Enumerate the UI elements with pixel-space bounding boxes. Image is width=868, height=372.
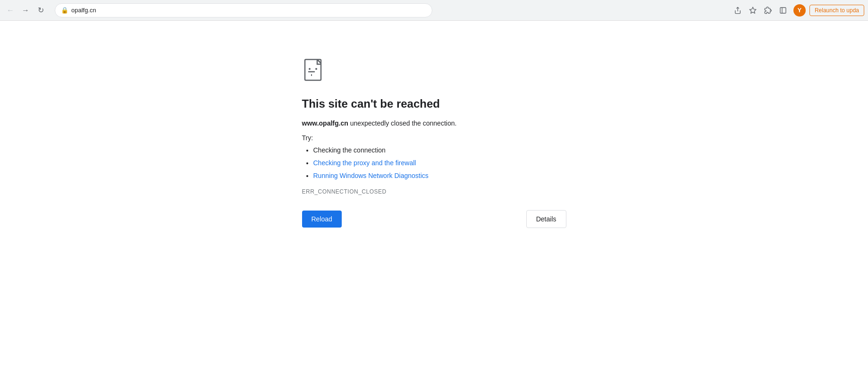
- back-button[interactable]: ←: [4, 4, 17, 17]
- bookmark-button[interactable]: [746, 4, 759, 17]
- address-bar[interactable]: 🔒 opalfg.cn: [55, 3, 432, 17]
- suggestion-item-proxy: Checking the proxy and the firewall: [313, 158, 566, 168]
- svg-point-34: [315, 68, 317, 70]
- sidebar-button[interactable]: [776, 4, 790, 17]
- reload-button[interactable]: ↻: [34, 4, 47, 17]
- error-try-label: Try:: [302, 134, 566, 142]
- error-buttons: Reload Details: [302, 210, 566, 228]
- suggestion-item-diagnostics: Running Windows Network Diagnostics: [313, 171, 566, 181]
- svg-rect-30: [305, 59, 321, 80]
- error-description-rest: unexpectedly closed the connection.: [348, 119, 457, 127]
- extensions-button[interactable]: [761, 4, 775, 17]
- profile-avatar[interactable]: Y: [793, 4, 806, 17]
- error-code: ERR_CONNECTION_CLOSED: [302, 188, 566, 195]
- relaunch-button[interactable]: Relaunch to upda: [809, 5, 864, 16]
- error-domain: www.opalfg.cn: [302, 119, 348, 127]
- details-button[interactable]: Details: [526, 210, 566, 228]
- share-button[interactable]: [731, 4, 744, 17]
- suggestion-link-diagnostics[interactable]: Running Windows Network Diagnostics: [313, 172, 429, 179]
- forward-button[interactable]: →: [19, 4, 32, 17]
- error-description: www.opalfg.cn unexpectedly closed the co…: [302, 118, 566, 128]
- suggestion-text-connection: Checking the connection: [313, 146, 386, 154]
- page-content: This site can't be reached www.opalfg.cn…: [0, 21, 868, 372]
- error-container: This site can't be reached www.opalfg.cn…: [302, 59, 566, 228]
- broken-page-icon: [302, 59, 327, 83]
- svg-rect-2: [780, 8, 786, 13]
- reload-button[interactable]: Reload: [302, 211, 342, 228]
- lock-icon: 🔒: [61, 7, 68, 14]
- error-icon-wrap: [302, 59, 566, 85]
- suggestion-link-proxy[interactable]: Checking the proxy and the firewall: [313, 159, 416, 167]
- svg-point-33: [309, 68, 311, 70]
- suggestion-item-connection: Checking the connection: [313, 145, 566, 155]
- svg-marker-1: [750, 7, 756, 13]
- error-title: This site can't be reached: [302, 96, 566, 111]
- nav-buttons: ← → ↻: [4, 4, 47, 17]
- browser-chrome: ← → ↻ 🔒 opalfg.cn Y Relaunch to upda: [0, 0, 868, 21]
- toolbar-right: Y Relaunch to upda: [731, 4, 864, 17]
- url-text: opalfg.cn: [71, 7, 426, 14]
- error-suggestions-list: Checking the connection Checking the pro…: [302, 145, 566, 181]
